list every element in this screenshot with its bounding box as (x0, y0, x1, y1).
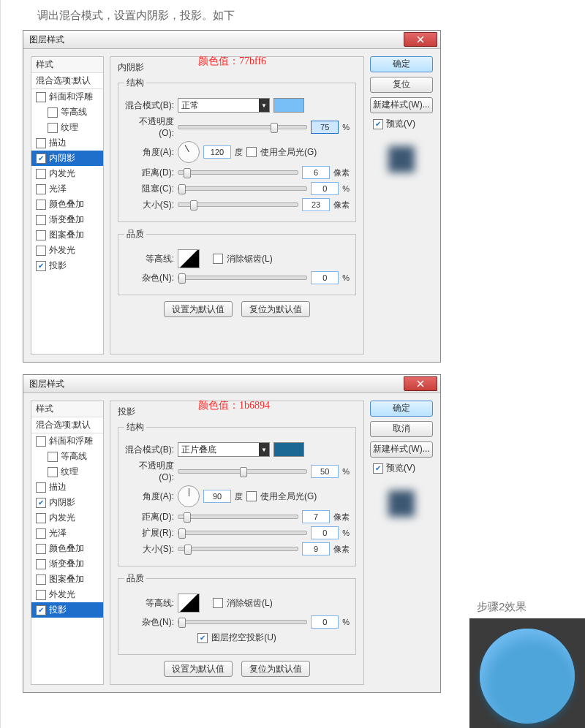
angle-dial[interactable] (178, 485, 200, 507)
ok-button[interactable]: 确定 (370, 401, 433, 417)
style-checkbox[interactable] (48, 107, 58, 118)
style-item-投影[interactable]: 投影 (31, 258, 103, 273)
style-item-等高线[interactable]: 等高线 (31, 105, 103, 120)
style-item-内阴影[interactable]: 内阴影 (31, 151, 103, 166)
style-item-颜色叠加[interactable]: 颜色叠加 (31, 197, 103, 212)
titlebar[interactable]: 图层样式 (23, 31, 440, 49)
size-slider[interactable] (178, 202, 298, 207)
style-checkbox[interactable] (36, 482, 46, 493)
style-item-渐变叠加[interactable]: 渐变叠加 (31, 212, 103, 227)
close-button[interactable] (404, 32, 437, 47)
style-item-内阴影[interactable]: 内阴影 (31, 495, 103, 510)
style-item-描边[interactable]: 描边 (31, 479, 103, 495)
style-checkbox[interactable] (48, 467, 58, 477)
style-item-斜面和浮雕[interactable]: 斜面和浮雕 (31, 433, 103, 449)
contour-picker[interactable] (178, 249, 200, 268)
reset-button[interactable]: 复位 (370, 77, 433, 93)
cancel-button[interactable]: 取消 (370, 421, 433, 437)
style-checkbox[interactable] (36, 138, 46, 148)
anti-alias-checkbox[interactable] (213, 254, 223, 264)
style-item-斜面和浮雕[interactable]: 斜面和浮雕 (31, 89, 103, 105)
size-input[interactable]: 23 (302, 198, 330, 211)
style-item-图案叠加[interactable]: 图案叠加 (31, 227, 103, 243)
make-default-button[interactable]: 设置为默认值 (164, 661, 233, 677)
style-item-等高线[interactable]: 等高线 (31, 449, 103, 464)
style-checkbox[interactable] (36, 605, 46, 615)
distance-input[interactable]: 6 (302, 166, 330, 179)
style-checkbox[interactable] (36, 246, 46, 256)
style-checkbox[interactable] (36, 436, 46, 447)
global-light-checkbox[interactable] (246, 147, 257, 157)
distance-slider[interactable] (178, 170, 298, 175)
style-item-光泽[interactable]: 光泽 (31, 181, 103, 197)
reset-default-button[interactable]: 复位为默认值 (241, 301, 310, 317)
choke-input[interactable]: 0 (311, 182, 339, 195)
anti-alias-checkbox[interactable] (213, 598, 223, 608)
style-item-内发光[interactable]: 内发光 (31, 510, 103, 526)
style-checkbox[interactable] (36, 261, 46, 271)
blend-mode-select[interactable]: 正常 ▼ (178, 98, 270, 113)
style-item-内发光[interactable]: 内发光 (31, 166, 103, 181)
noise-input[interactable]: 0 (311, 271, 339, 284)
distance-input[interactable]: 7 (302, 510, 330, 523)
style-checkbox[interactable] (36, 200, 46, 210)
spread-input[interactable]: 0 (311, 526, 339, 539)
style-item-纹理[interactable]: 纹理 (31, 464, 103, 479)
color-swatch[interactable] (273, 98, 304, 113)
size-input[interactable]: 9 (302, 542, 330, 556)
close-button[interactable] (404, 376, 437, 391)
style-checkbox[interactable] (36, 590, 46, 600)
style-checkbox[interactable] (36, 575, 46, 585)
style-checkbox[interactable] (36, 215, 46, 225)
style-item-投影[interactable]: 投影 (31, 602, 103, 618)
reset-default-button[interactable]: 复位为默认值 (241, 661, 310, 677)
style-checkbox[interactable] (36, 559, 46, 569)
style-checkbox[interactable] (48, 452, 58, 462)
style-checkbox[interactable] (36, 92, 46, 102)
style-checkbox[interactable] (36, 498, 46, 508)
knockout-checkbox[interactable] (197, 633, 208, 643)
style-checkbox[interactable] (48, 123, 58, 133)
size-slider[interactable] (178, 547, 298, 551)
noise-slider[interactable] (178, 276, 307, 280)
styles-header[interactable]: 样式 (31, 57, 103, 73)
blend-options-default[interactable]: 混合选项:默认 (31, 417, 103, 433)
noise-slider[interactable] (178, 620, 307, 624)
new-style-button[interactable]: 新建样式(W)... (370, 97, 433, 113)
angle-input[interactable]: 90 (203, 490, 231, 503)
style-item-外发光[interactable]: 外发光 (31, 243, 103, 258)
titlebar[interactable]: 图层样式 (23, 375, 440, 393)
opacity-input[interactable]: 50 (311, 465, 339, 478)
choke-slider[interactable] (178, 186, 307, 191)
distance-slider[interactable] (178, 515, 298, 519)
opacity-input[interactable]: 75 (311, 121, 339, 134)
make-default-button[interactable]: 设置为默认值 (164, 301, 233, 317)
blend-mode-select[interactable]: 正片叠底 ▼ (178, 442, 270, 457)
style-checkbox[interactable] (36, 513, 46, 523)
blend-options-default[interactable]: 混合选项:默认 (31, 73, 103, 89)
preview-checkbox[interactable] (373, 463, 383, 474)
color-swatch[interactable] (273, 442, 304, 457)
style-checkbox[interactable] (36, 544, 46, 554)
angle-dial[interactable] (178, 141, 200, 163)
contour-picker[interactable] (178, 594, 200, 613)
style-item-光泽[interactable]: 光泽 (31, 526, 103, 541)
noise-input[interactable]: 0 (311, 615, 339, 629)
new-style-button[interactable]: 新建样式(W)... (370, 441, 433, 458)
style-item-纹理[interactable]: 纹理 (31, 120, 103, 135)
style-checkbox[interactable] (36, 184, 46, 194)
style-item-描边[interactable]: 描边 (31, 135, 103, 151)
style-item-外发光[interactable]: 外发光 (31, 587, 103, 602)
preview-checkbox[interactable] (373, 119, 383, 129)
style-item-图案叠加[interactable]: 图案叠加 (31, 572, 103, 587)
ok-button[interactable]: 确定 (370, 56, 433, 72)
global-light-checkbox[interactable] (246, 491, 257, 501)
opacity-slider[interactable] (178, 469, 307, 474)
style-item-颜色叠加[interactable]: 颜色叠加 (31, 541, 103, 556)
style-item-渐变叠加[interactable]: 渐变叠加 (31, 556, 103, 572)
style-checkbox[interactable] (36, 230, 46, 240)
angle-input[interactable]: 120 (203, 145, 231, 159)
styles-header[interactable]: 样式 (31, 401, 103, 417)
style-checkbox[interactable] (36, 169, 46, 179)
style-checkbox[interactable] (36, 153, 46, 164)
